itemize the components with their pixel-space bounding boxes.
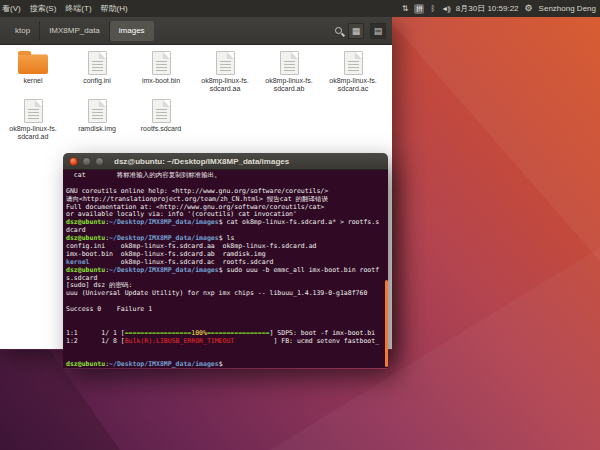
document-icon	[344, 48, 363, 75]
file-item[interactable]: ok8mp-linux-fs.sdcard.aa	[193, 48, 257, 92]
file-item[interactable]: rootfs.sdcard	[129, 96, 193, 140]
gear-icon[interactable]: ⚙	[525, 4, 533, 13]
input-method-indicator[interactable]: 拼	[414, 4, 424, 14]
terminal-line: cat 将标准输入的内容复制到标准输出。	[66, 172, 388, 180]
file-label: rootfs.sdcard	[141, 125, 181, 133]
menu-item[interactable]: 终端(T)	[65, 3, 91, 14]
grid-view-button[interactable]: ▦	[348, 23, 364, 39]
username[interactable]: Senzhong Deng	[539, 5, 596, 13]
minimize-button[interactable]	[82, 157, 91, 166]
file-item[interactable]: ok8mp-linux-fs.sdcard.ad	[1, 96, 65, 140]
close-button[interactable]	[69, 157, 78, 166]
file-label: ok8mp-linux-fs.sdcard.ad	[9, 125, 56, 140]
top-panel: 看(V)搜索(S)终端(T)帮助(H) ⇅ 拼 ᛒ ◄)) 8月30日 10:5…	[0, 0, 600, 17]
breadcrumb: ktopIMX8MP_dataimages	[6, 21, 154, 41]
terminal-title: dsz@ubuntu: ~/Desktop/IMX8MP_data/images	[114, 157, 289, 166]
breadcrumb-IMX8MP_data[interactable]: IMX8MP_data	[40, 21, 110, 41]
file-item[interactable]: ok8mp-linux-fs.sdcard.ac	[321, 48, 385, 92]
terminal-line: dsz@ubuntu:~/Desktop/IMX8MP_data/images$	[66, 361, 388, 368]
file-item[interactable]: kernel	[1, 48, 65, 92]
file-manager-tools: ▦ ▤	[335, 23, 386, 39]
file-item[interactable]: ok8mp-linux-fs.sdcard.ab	[257, 48, 321, 92]
bluetooth-icon[interactable]: ᛒ	[430, 5, 435, 13]
folder-icon	[18, 48, 48, 75]
menu-item[interactable]: 帮助(H)	[101, 3, 128, 14]
terminal-window: dsz@ubuntu: ~/Desktop/IMX8MP_data/images…	[63, 153, 388, 369]
maximize-button[interactable]	[95, 157, 104, 166]
terminal-line: uuu (Universal Update Utility) for nxp i…	[66, 290, 388, 298]
document-icon	[216, 48, 235, 75]
file-label: kernel	[23, 77, 42, 85]
document-icon	[152, 48, 171, 75]
breadcrumb-ktop[interactable]: ktop	[6, 21, 40, 41]
clock[interactable]: 8月30日 10:59:22	[456, 5, 519, 13]
list-view-button[interactable]: ▤	[370, 23, 386, 39]
terminal-lines: cat 将标准输入的内容复制到标准输出。 GNU coreutils onlin…	[66, 172, 388, 368]
document-icon	[280, 48, 299, 75]
file-manager-headerbar: ktopIMX8MP_dataimages ▦ ▤	[0, 17, 392, 45]
volume-icon[interactable]: ◄))	[441, 5, 450, 12]
terminal-line: dsz@ubuntu:~/Desktop/IMX8MP_data/images$…	[66, 267, 388, 275]
file-item[interactable]: imx-boot.bin	[129, 48, 193, 92]
menu-item[interactable]: 搜索(S)	[30, 3, 57, 14]
menu-bar: 看(V)搜索(S)终端(T)帮助(H)	[0, 3, 128, 14]
document-icon	[88, 96, 107, 123]
terminal-line	[66, 314, 388, 322]
breadcrumb-images[interactable]: images	[110, 21, 154, 41]
search-icon[interactable]	[335, 27, 342, 34]
document-icon	[24, 96, 43, 123]
indicator-area: ⇅ 拼 ᛒ ◄)) 8月30日 10:59:22 ⚙ Senzhong Deng	[402, 4, 600, 14]
file-item[interactable]: ramdisk.img	[65, 96, 129, 140]
terminal-titlebar[interactable]: dsz@ubuntu: ~/Desktop/IMX8MP_data/images	[63, 153, 388, 170]
terminal-output[interactable]: cat 将标准输入的内容复制到标准输出。 GNU coreutils onlin…	[63, 170, 388, 368]
terminal-line: Success 0 Failure 1	[66, 306, 388, 314]
terminal-line: 1:2 1/ 8 [Bulk(R):LIBUSB_ERROR_TIMEOUT ]…	[66, 338, 388, 346]
file-item[interactable]: config.ini	[65, 48, 129, 92]
terminal-line	[66, 346, 388, 354]
file-label: config.ini	[83, 77, 111, 85]
file-label: ramdisk.img	[78, 125, 116, 133]
document-icon	[152, 96, 171, 123]
file-label: imx-boot.bin	[142, 77, 180, 85]
file-label: ok8mp-linux-fs.sdcard.ab	[265, 77, 312, 92]
network-updown-icon[interactable]: ⇅	[402, 5, 409, 13]
menu-item[interactable]: 看(V)	[2, 3, 21, 14]
terminal-scrollbar[interactable]	[385, 280, 388, 367]
file-label: ok8mp-linux-fs.sdcard.aa	[201, 77, 248, 92]
file-grid: kernelconfig.iniimx-boot.binok8mp-linux-…	[1, 48, 391, 144]
file-label: ok8mp-linux-fs.sdcard.ac	[329, 77, 376, 92]
document-icon	[88, 48, 107, 75]
terminal-line: dsz@ubuntu:~/Desktop/IMX8MP_data/images$…	[66, 219, 388, 227]
